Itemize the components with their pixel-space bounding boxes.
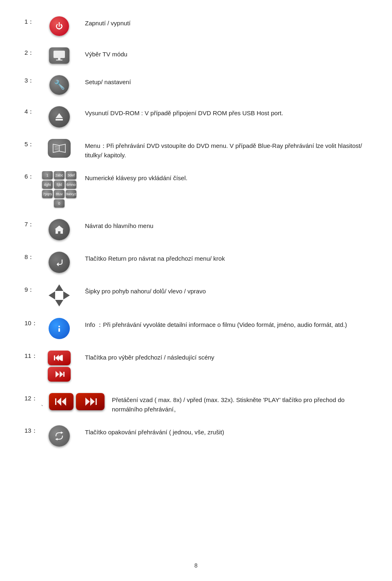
numkey-2[interactable]: 2abc (54, 171, 65, 179)
svg-rect-11 (58, 328, 60, 332)
numkey-9[interactable]: 9wxyz (66, 190, 76, 198)
svg-line-7 (55, 148, 58, 149)
svg-marker-14 (55, 355, 59, 361)
svg-rect-1 (58, 58, 60, 60)
svg-point-10 (58, 326, 60, 327)
numkey-8[interactable]: 8tuv (54, 190, 65, 198)
next-button[interactable] (48, 367, 71, 382)
arrow-left-button[interactable] (49, 291, 55, 299)
item-13: 13： Tlačítko opakování přehrávání ( jedn… (24, 425, 368, 447)
home-icon (54, 224, 65, 235)
item-13-number: 13： (24, 425, 41, 435)
power-icon: ⏻ (56, 22, 63, 30)
repeat-button[interactable] (49, 425, 70, 447)
item-2-number: 2： (24, 47, 41, 57)
svg-rect-2 (56, 60, 62, 60)
fastforward-button[interactable] (76, 393, 105, 410)
info-icon (54, 324, 64, 333)
svg-rect-16 (54, 355, 55, 360)
item-2: 2： Výběr TV módu (24, 47, 368, 64)
numkey-5[interactable]: 5jkl (54, 181, 65, 189)
svg-marker-24 (90, 398, 95, 406)
return-button[interactable] (49, 252, 70, 273)
item-9-text: Šipky pro pohyb nahoru/ dolů/ vlevo / vp… (85, 284, 368, 296)
item-10-text: Info ：Při přehrávání vyvoláte detailní i… (85, 318, 368, 330)
numkey-4[interactable]: 4ghi (42, 181, 53, 189)
info-button[interactable] (49, 318, 70, 339)
item-13-text: Tlačítko opakování přehrávání ( jednou, … (85, 425, 368, 437)
numkey-6[interactable]: 6mno (66, 181, 76, 189)
prev-button[interactable] (48, 351, 71, 365)
eject-button[interactable] (49, 106, 70, 127)
next-icon (53, 370, 65, 378)
item-8-number: 8： (24, 252, 41, 261)
arrow-down-button[interactable] (55, 300, 63, 306)
item-2-text: Výběr TV módu (85, 47, 368, 59)
svg-marker-26 (61, 431, 63, 434)
numkey-0[interactable]: 0 (54, 199, 65, 208)
numpad-icon: 1 2abc 3def 4ghi 5jkl 6mno 7pqrs 8tuv 9w… (42, 171, 76, 208)
item-5: 5： Menu：Při přehrávání DVD vstoupíte do … (24, 139, 368, 160)
item-4-text: Vysunutí DVD-ROM : V případě připojení D… (85, 106, 368, 118)
item-10-number: 10： (24, 318, 41, 327)
numkey-1[interactable]: 1 (42, 171, 53, 179)
item-1-number: 1： (24, 16, 41, 26)
item-2-icon (41, 47, 78, 64)
item-5-text: Menu：Při přehrávání DVD vstoupíte do DVD… (85, 139, 368, 160)
item-8-icon (41, 252, 78, 273)
item-12-number: 12： (24, 393, 41, 402)
item-10-icon (41, 318, 78, 339)
arrow-right-button[interactable] (63, 291, 70, 299)
item-7-icon (41, 219, 78, 240)
svg-marker-27 (55, 438, 58, 440)
numkey-3[interactable]: 3def (66, 171, 76, 179)
comma-mark: 、 (41, 396, 47, 407)
item-13-icon (41, 425, 78, 447)
item-5-icon (41, 139, 78, 158)
svg-marker-17 (56, 371, 59, 378)
item-8: 8： Tlačítko Return pro návrat na předcho… (24, 252, 368, 273)
home-button[interactable] (49, 219, 70, 240)
item-4-icon (41, 106, 78, 127)
svg-rect-0 (53, 51, 65, 58)
item-12: 12： 、 Přetáčení vzad ( max. 8x) / vpřed … (24, 393, 368, 414)
fastforward-icon (82, 397, 98, 407)
item-3-text: Setup/ nastavení (85, 75, 368, 87)
item-6-icon: 1 2abc 3def 4ghi 5jkl 6mno 7pqrs 8tuv 9w… (41, 171, 78, 208)
svg-line-6 (55, 146, 58, 147)
item-8-text: Tlačítko Return pro návrat na předchozí … (85, 252, 368, 264)
svg-marker-9 (55, 226, 64, 234)
item-6: 6： 1 2abc 3def 4ghi 5jkl 6mno 7pqrs 8tuv… (24, 171, 368, 208)
setup-button[interactable]: 🔧 (49, 75, 69, 95)
arrow-group (49, 284, 70, 306)
item-4: 4： Vysunutí DVD-ROM : V případě připojen… (24, 106, 368, 127)
menu-button[interactable] (48, 139, 71, 158)
svg-marker-3 (56, 113, 63, 118)
item-11-number: 11： (24, 351, 41, 360)
numkey-7[interactable]: 7pqrs (42, 190, 53, 198)
item-6-text: Numerické klávesy pro vkládání čísel. (85, 171, 368, 183)
item-12-icon: 、 (41, 393, 105, 410)
item-5-number: 5： (24, 139, 41, 148)
power-button[interactable]: ⏻ (49, 16, 69, 36)
return-icon (54, 257, 65, 268)
arrow-up-button[interactable] (55, 284, 63, 291)
item-10: 10： Info ：Při přehrávání vyvoláte detail… (24, 318, 368, 339)
svg-marker-20 (57, 398, 61, 406)
item-7-number: 7： (24, 219, 41, 228)
tv-mode-button[interactable] (49, 47, 69, 64)
wrench-icon: 🔧 (54, 80, 65, 90)
eject-icon (54, 112, 65, 122)
item-9-icon (41, 284, 78, 306)
item-7: 7： Návrat do hlavního menu (24, 219, 368, 240)
media-prev-next-group (48, 351, 71, 382)
svg-rect-4 (56, 119, 63, 121)
rewind-button[interactable] (49, 393, 74, 410)
svg-marker-18 (60, 371, 63, 378)
item-11-icon (41, 351, 78, 382)
tv-icon (53, 50, 66, 61)
item-4-number: 4： (24, 106, 41, 116)
item-1-icon: ⏻ (41, 16, 78, 36)
svg-rect-19 (63, 372, 65, 377)
item-6-number: 6： (24, 171, 41, 181)
